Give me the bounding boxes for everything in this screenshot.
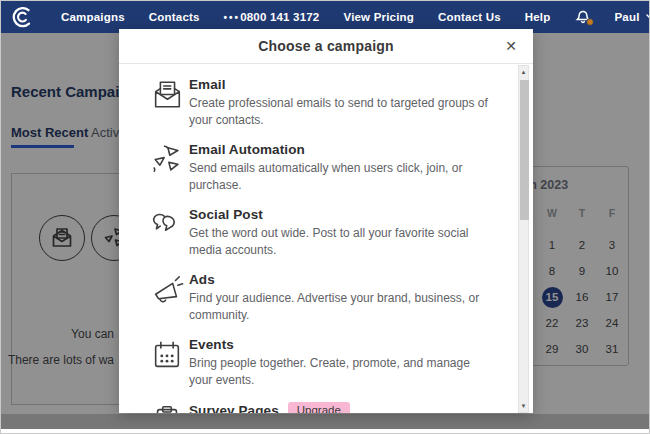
- user-menu[interactable]: Paul: [614, 11, 650, 23]
- scroll-down-icon[interactable]: ▼: [519, 400, 528, 412]
- campaign-option-text: Events Bring people together. Create, pr…: [189, 337, 517, 389]
- campaign-option-text: Survey Pages Upgrade New and improved. Y…: [189, 402, 517, 413]
- campaign-option-desc: Get the word out wide. Post to all your …: [189, 225, 491, 259]
- notification-bell-icon[interactable]: [574, 7, 592, 27]
- nav-more-menu[interactable]: •••: [224, 12, 241, 23]
- campaign-option-text: Ads Find your audience. Advertise your b…: [189, 272, 517, 324]
- campaign-option-text: Social Post Get the word out wide. Post …: [189, 207, 517, 259]
- campaign-option-email[interactable]: Email Create professional emails to send…: [145, 77, 517, 129]
- ads-icon: [145, 272, 189, 307]
- nav-view-pricing[interactable]: View Pricing: [343, 11, 414, 23]
- campaign-option-title: Email: [189, 77, 226, 92]
- nav-campaigns[interactable]: Campaigns: [61, 11, 125, 23]
- campaign-option-social-post[interactable]: Social Post Get the word out wide. Post …: [145, 207, 517, 259]
- email-icon: [145, 77, 189, 112]
- user-name: Paul: [614, 11, 639, 23]
- events-icon: [145, 337, 189, 372]
- notification-dot: [586, 18, 594, 26]
- campaign-option-title: Events: [189, 337, 234, 352]
- nav-phone-number: 0800 141 3172: [240, 11, 319, 23]
- campaign-option-events[interactable]: Events Bring people together. Create, pr…: [145, 337, 517, 389]
- upgrade-badge: Upgrade: [288, 402, 350, 413]
- campaign-option-desc: Create professional emails to send to ta…: [189, 95, 491, 129]
- campaign-option-title: Ads: [189, 272, 215, 287]
- constant-contact-logo-icon[interactable]: [11, 5, 35, 29]
- campaign-option-ads[interactable]: Ads Find your audience. Advertise your b…: [145, 272, 517, 324]
- campaign-option-desc: Find your audience. Advertise your brand…: [189, 290, 491, 324]
- scroll-up-icon[interactable]: ▲: [519, 66, 528, 78]
- nav-contacts[interactable]: Contacts: [149, 11, 200, 23]
- choose-campaign-modal: Choose a campaign ✕ Email Create profess…: [119, 29, 533, 413]
- campaign-option-text: Email Automation Send emails automatical…: [189, 142, 517, 194]
- chevron-down-icon: [646, 14, 650, 20]
- campaign-option-title: Social Post: [189, 207, 263, 222]
- campaign-option-desc: Send emails automatically when users cli…: [189, 160, 491, 194]
- modal-title: Choose a campaign: [258, 38, 394, 54]
- close-icon[interactable]: ✕: [505, 37, 517, 55]
- nav-contact-us[interactable]: Contact Us: [438, 11, 501, 23]
- campaign-option-text: Email Create professional emails to send…: [189, 77, 517, 129]
- social-post-icon: [145, 207, 189, 242]
- nav-help[interactable]: Help: [525, 11, 551, 23]
- modal-scrollbar[interactable]: ▲ ▼: [518, 65, 529, 413]
- campaign-option-email-automation[interactable]: Email Automation Send emails automatical…: [145, 142, 517, 194]
- modal-header: Choose a campaign ✕: [119, 29, 533, 64]
- campaign-type-list: Email Create professional emails to send…: [119, 65, 517, 413]
- campaign-option-title: Email Automation: [189, 142, 305, 157]
- campaign-option-title: Survey Pages: [189, 403, 279, 413]
- campaign-option-survey-pages[interactable]: Survey Pages Upgrade New and improved. Y…: [145, 402, 517, 413]
- email-automation-icon: [145, 142, 189, 177]
- campaign-option-desc: Bring people together. Create, promote, …: [189, 355, 491, 389]
- scrollbar-thumb[interactable]: [520, 80, 529, 220]
- survey-pages-icon: [145, 402, 189, 413]
